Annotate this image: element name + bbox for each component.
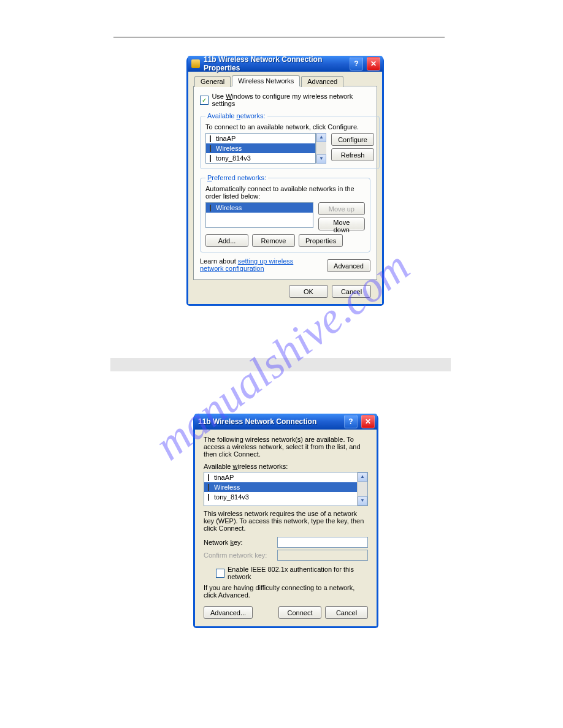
tab-wireless-networks[interactable]: Wireless Networks [232, 75, 300, 86]
preferred-hint: Automatically connect to available netwo… [205, 185, 365, 200]
move-up-button[interactable]: Move up [318, 202, 365, 215]
configure-button[interactable]: Configure [331, 133, 374, 146]
signal-icon [208, 145, 213, 152]
help-button[interactable]: ? [344, 415, 358, 428]
wep-text: This wireless network requires the use o… [204, 510, 368, 532]
connection-dialog: 11b Wireless Network Connection ? ✕ The … [193, 414, 378, 628]
app-icon [191, 59, 200, 68]
ok-button[interactable]: OK [289, 285, 328, 298]
remove-button[interactable]: Remove [252, 234, 295, 247]
available-networks-group: Available networks: To connect to an ava… [200, 112, 380, 169]
use-windows-checkbox[interactable]: ✓ [200, 96, 209, 105]
titlebar[interactable]: 11b Wireless Network Connection Properti… [188, 56, 383, 72]
list-item[interactable]: tony_814v3 [204, 492, 357, 502]
close-button[interactable]: ✕ [361, 415, 375, 428]
preferred-networks-list[interactable]: Wireless [205, 202, 313, 228]
network-key-input[interactable] [277, 537, 368, 548]
add-button[interactable]: Add... [205, 234, 248, 247]
signal-icon [206, 494, 212, 501]
cancel-button[interactable]: Cancel [325, 606, 368, 619]
help-button[interactable]: ? [350, 57, 363, 70]
confirm-key-label: Confirm network key: [204, 552, 271, 559]
signal-icon [208, 155, 213, 162]
list-item[interactable]: Wireless [206, 143, 315, 153]
scrollbar[interactable]: ▲ ▼ [316, 133, 326, 164]
window-title: 11b Wireless Network Connection Properti… [204, 55, 346, 72]
available-legend: Available networks: [205, 112, 267, 119]
signal-icon [206, 474, 212, 481]
use-windows-label: Use Windows to configure my wireless net… [212, 93, 370, 107]
page-top-rule [113, 37, 445, 37]
available-hint: To connect to an available network, clic… [205, 123, 374, 131]
intro-text: The following wireless network(s) are av… [204, 436, 368, 458]
tabs: General Wireless Networks Advanced [193, 75, 377, 86]
signal-icon [208, 205, 213, 211]
signal-icon [208, 135, 213, 142]
list-item[interactable]: Wireless [206, 203, 313, 213]
network-key-label: Network key: [204, 539, 271, 546]
properties-button[interactable]: Properties [299, 234, 343, 247]
tab-general[interactable]: General [194, 76, 231, 87]
titlebar[interactable]: 11b Wireless Network Connection ? ✕ [194, 414, 377, 430]
properties-dialog: 11b Wireless Network Connection Properti… [186, 56, 384, 306]
scroll-up-icon[interactable]: ▲ [358, 472, 367, 482]
list-item[interactable]: tinaAP [206, 134, 315, 143]
available-networks-list[interactable]: tinaAP Wireless tony_814v3 ▲ ▼ [204, 472, 368, 506]
scroll-down-icon[interactable]: ▼ [316, 154, 326, 164]
page-divider-bar [110, 358, 451, 371]
tab-panel-wireless: ✓ Use Windows to configure my wireless n… [193, 86, 377, 280]
connect-button[interactable]: Connect [278, 606, 321, 619]
close-button[interactable]: ✕ [367, 57, 380, 70]
list-item[interactable]: tony_814v3 [206, 153, 315, 163]
scroll-up-icon[interactable]: ▲ [316, 133, 326, 142]
confirm-key-input [277, 550, 368, 561]
available-networks-list[interactable]: tinaAP Wireless tony_814v3 [205, 133, 316, 164]
list-item[interactable]: Wireless [204, 482, 357, 492]
list-item[interactable]: tinaAP [204, 472, 357, 482]
advanced-button[interactable]: Advanced [327, 259, 370, 272]
ieee-checkbox[interactable] [216, 569, 224, 578]
tab-advanced[interactable]: Advanced [301, 76, 343, 87]
refresh-button[interactable]: Refresh [331, 148, 374, 161]
signal-icon [206, 484, 212, 491]
ieee-label: Enable IEEE 802.1x authentication for th… [228, 566, 368, 580]
preferred-networks-group: Preferred networks: Automatically connec… [200, 174, 370, 252]
move-down-button[interactable]: Move down [318, 218, 365, 230]
preferred-legend: Preferred networks: [205, 174, 268, 181]
scrollbar[interactable]: ▲ ▼ [357, 472, 367, 506]
learn-about-text: Learn about setting up wireless network … [200, 257, 304, 272]
window-title: 11b Wireless Network Connection [198, 417, 340, 426]
available-list-label: Available wireless networks: [204, 463, 368, 470]
difficulty-text: If you are having difficulty connecting … [204, 584, 368, 599]
cancel-button[interactable]: Cancel [332, 285, 371, 298]
scroll-down-icon[interactable]: ▼ [358, 496, 367, 506]
advanced-button[interactable]: Advanced... [204, 606, 253, 619]
